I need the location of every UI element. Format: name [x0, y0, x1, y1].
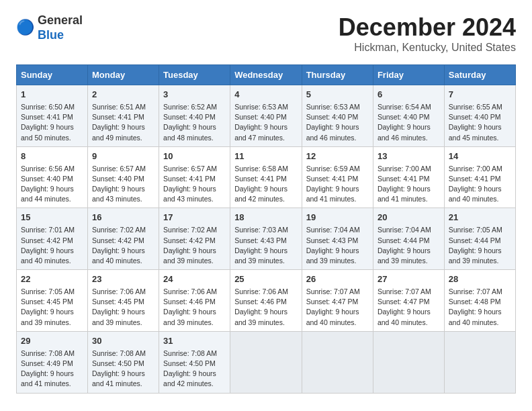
day-info-line: Daylight: 9 hours: [449, 307, 511, 317]
calendar-cell: 16Sunrise: 7:02 AMSunset: 4:42 PMDayligh…: [88, 208, 159, 270]
day-info-line: Daylight: 9 hours: [306, 307, 369, 317]
day-info-line: Sunset: 4:43 PM: [234, 236, 298, 246]
day-number: 27: [378, 273, 440, 286]
day-info-line: Daylight: 9 hours: [234, 307, 298, 317]
day-number: 17: [163, 212, 226, 224]
day-info-line: Daylight: 9 hours: [92, 246, 154, 256]
day-number: 26: [306, 273, 369, 286]
day-info-line: Daylight: 9 hours: [449, 122, 511, 132]
calendar-cell: 11Sunrise: 6:58 AMSunset: 4:41 PMDayligh…: [230, 146, 302, 208]
day-info-line: Daylight: 9 hours: [306, 122, 369, 132]
calendar-cell: [373, 331, 444, 393]
day-info-line: Sunset: 4:40 PM: [449, 112, 511, 122]
calendar-cell: 24Sunrise: 7:06 AMSunset: 4:46 PMDayligh…: [159, 270, 230, 332]
day-info-line: Sunrise: 6:52 AM: [163, 102, 226, 112]
day-info-line: and 50 minutes.: [21, 133, 83, 143]
day-info-line: Sunrise: 7:06 AM: [234, 287, 298, 297]
day-info-line: Daylight: 9 hours: [378, 122, 440, 132]
calendar-week-row: 8Sunrise: 6:56 AMSunset: 4:40 PMDaylight…: [17, 146, 516, 208]
weekday-header-saturday: Saturday: [444, 65, 515, 85]
weekday-header-row: SundayMondayTuesdayWednesdayThursdayFrid…: [17, 65, 516, 85]
calendar-cell: 15Sunrise: 7:01 AMSunset: 4:42 PMDayligh…: [17, 208, 88, 270]
calendar-body: 1Sunrise: 6:50 AMSunset: 4:41 PMDaylight…: [17, 85, 516, 394]
day-info-line: and 45 minutes.: [449, 133, 511, 143]
calendar-cell: 4Sunrise: 6:53 AMSunset: 4:40 PMDaylight…: [230, 85, 302, 147]
day-info-line: Sunset: 4:42 PM: [163, 236, 226, 246]
day-info-line: Sunset: 4:43 PM: [306, 236, 369, 246]
day-info-line: Daylight: 9 hours: [306, 184, 369, 194]
weekday-header-thursday: Thursday: [302, 65, 373, 85]
day-info-line: Daylight: 9 hours: [163, 122, 226, 132]
day-info-line: Daylight: 9 hours: [92, 122, 154, 132]
day-number: 11: [234, 150, 298, 163]
day-number: 14: [449, 150, 511, 163]
day-number: 16: [92, 212, 154, 224]
day-info-line: Sunrise: 6:58 AM: [234, 164, 298, 174]
day-info-line: and 39 minutes.: [163, 256, 226, 266]
day-number: 4: [234, 89, 298, 101]
day-info-line: and 40 minutes.: [449, 318, 511, 328]
day-info-line: Daylight: 9 hours: [378, 184, 440, 194]
day-number: 21: [449, 212, 511, 224]
day-info-line: Sunset: 4:40 PM: [92, 174, 154, 184]
calendar-week-row: 22Sunrise: 7:05 AMSunset: 4:45 PMDayligh…: [17, 270, 516, 332]
day-info-line: Sunrise: 6:57 AM: [92, 164, 154, 174]
day-number: 28: [449, 273, 511, 286]
day-info-line: Sunrise: 7:06 AM: [163, 287, 226, 297]
day-info-line: Daylight: 9 hours: [21, 246, 83, 256]
day-info-line: Sunrise: 7:04 AM: [306, 225, 369, 235]
day-info-line: Daylight: 9 hours: [92, 369, 154, 379]
day-info-line: Daylight: 9 hours: [92, 184, 154, 194]
day-info-line: and 39 minutes.: [21, 318, 83, 328]
day-info-line: Sunset: 4:46 PM: [234, 297, 298, 307]
day-number: 19: [306, 212, 369, 224]
day-info-line: Sunset: 4:45 PM: [21, 297, 83, 307]
day-info-line: Sunset: 4:48 PM: [449, 297, 511, 307]
day-info-line: Sunset: 4:49 PM: [21, 359, 83, 369]
calendar-cell: [444, 331, 515, 393]
day-info-line: and 39 minutes.: [306, 256, 369, 266]
day-number: 9: [92, 150, 154, 163]
calendar-cell: 20Sunrise: 7:04 AMSunset: 4:44 PMDayligh…: [373, 208, 444, 270]
calendar-cell: 19Sunrise: 7:04 AMSunset: 4:43 PMDayligh…: [302, 208, 373, 270]
day-info-line: Sunset: 4:40 PM: [306, 112, 369, 122]
day-number: 8: [21, 150, 83, 163]
day-info-line: Sunrise: 6:50 AM: [21, 102, 83, 112]
day-info-line: Sunset: 4:41 PM: [21, 112, 83, 122]
day-number: 30: [92, 335, 154, 348]
day-info-line: and 43 minutes.: [163, 194, 226, 204]
day-info-line: Daylight: 9 hours: [234, 184, 298, 194]
day-info-line: Sunset: 4:40 PM: [163, 112, 226, 122]
day-info-line: Sunrise: 7:06 AM: [92, 287, 154, 297]
calendar-week-row: 29Sunrise: 7:08 AMSunset: 4:49 PMDayligh…: [17, 331, 516, 393]
calendar-title: December 2024: [339, 13, 516, 42]
day-info-line: and 42 minutes.: [234, 194, 298, 204]
day-info-line: Sunset: 4:47 PM: [378, 297, 440, 307]
calendar-cell: 29Sunrise: 7:08 AMSunset: 4:49 PMDayligh…: [17, 331, 88, 393]
day-info-line: Sunrise: 7:02 AM: [92, 225, 154, 235]
day-number: 6: [378, 89, 440, 101]
day-info-line: Sunrise: 7:02 AM: [163, 225, 226, 235]
day-info-line: Sunrise: 6:53 AM: [306, 102, 369, 112]
day-info-line: Sunrise: 6:57 AM: [163, 164, 226, 174]
day-info-line: Sunset: 4:40 PM: [378, 112, 440, 122]
day-info-line: Daylight: 9 hours: [163, 246, 226, 256]
day-info-line: Sunrise: 6:53 AM: [234, 102, 298, 112]
calendar-cell: [230, 331, 302, 393]
calendar-cell: 26Sunrise: 7:07 AMSunset: 4:47 PMDayligh…: [302, 270, 373, 332]
day-info-line: Sunrise: 7:04 AM: [378, 225, 440, 235]
calendar-cell: 9Sunrise: 6:57 AMSunset: 4:40 PMDaylight…: [88, 146, 159, 208]
day-number: 24: [163, 273, 226, 286]
day-info-line: and 40 minutes.: [306, 318, 369, 328]
calendar-cell: 30Sunrise: 7:08 AMSunset: 4:50 PMDayligh…: [88, 331, 159, 393]
day-info-line: and 49 minutes.: [92, 133, 154, 143]
calendar-cell: 12Sunrise: 6:59 AMSunset: 4:41 PMDayligh…: [302, 146, 373, 208]
day-info-line: Sunrise: 7:07 AM: [306, 287, 369, 297]
day-info-line: Daylight: 9 hours: [21, 369, 83, 379]
day-info-line: Sunrise: 7:00 AM: [378, 164, 440, 174]
calendar-cell: 8Sunrise: 6:56 AMSunset: 4:40 PMDaylight…: [17, 146, 88, 208]
day-info-line: Sunset: 4:41 PM: [234, 174, 298, 184]
calendar-cell: 6Sunrise: 6:54 AMSunset: 4:40 PMDaylight…: [373, 85, 444, 147]
calendar-cell: 28Sunrise: 7:07 AMSunset: 4:48 PMDayligh…: [444, 270, 515, 332]
day-info-line: Daylight: 9 hours: [306, 246, 369, 256]
